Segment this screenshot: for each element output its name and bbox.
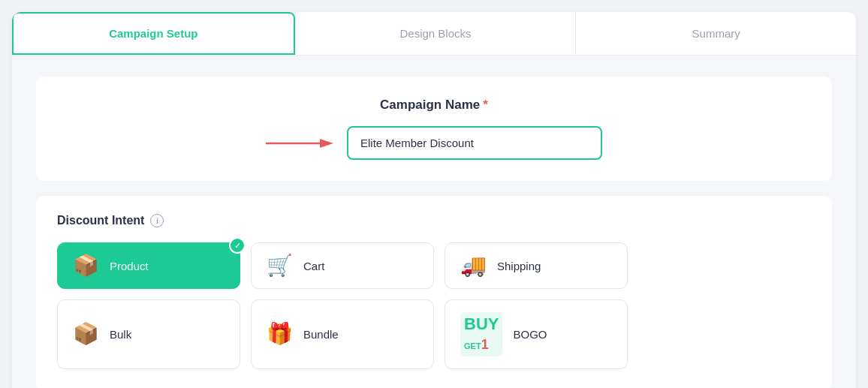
bulk-icon: 📦 (73, 323, 99, 344)
intent-card-product[interactable]: ✓ 📦 Product (57, 242, 240, 289)
intent-grid: ✓ 📦 Product 🛒 Cart 🚚 Shipping (57, 242, 628, 369)
campaign-name-input[interactable] (347, 126, 602, 160)
tab-summary[interactable]: Summary (576, 12, 856, 55)
info-icon[interactable]: i (150, 214, 164, 227)
cart-icon: 🛒 (267, 255, 293, 276)
campaign-name-title: Campaign Name* (380, 98, 488, 113)
campaign-name-section: Campaign Name* (36, 77, 832, 181)
intent-card-shipping[interactable]: 🚚 Shipping (445, 242, 628, 289)
page-card: Campaign Setup Design Blocks Summary Cam… (12, 12, 856, 388)
tab-content: Campaign Name* Discount Intent i (12, 56, 856, 388)
arrow-indicator (266, 134, 333, 152)
product-icon: 📦 (73, 255, 99, 276)
shipping-label: Shipping (497, 260, 541, 272)
bogo-icon: BUYGET1 (460, 312, 502, 356)
discount-intent-section: Discount Intent i ✓ 📦 Product 🛒 Cart (36, 196, 832, 388)
check-badge-product: ✓ (229, 237, 246, 254)
bundle-icon: 🎁 (267, 323, 293, 344)
product-label: Product (110, 260, 149, 272)
bogo-label: BOGO (513, 328, 547, 341)
intent-card-bogo[interactable]: BUYGET1 BOGO (445, 299, 628, 369)
campaign-input-row (60, 126, 808, 160)
intent-card-bulk[interactable]: 📦 Bulk (57, 299, 240, 369)
bundle-label: Bundle (303, 328, 339, 341)
main-container: Campaign Setup Design Blocks Summary Cam… (0, 0, 868, 388)
tab-design-blocks[interactable]: Design Blocks (296, 12, 576, 55)
tabs-bar: Campaign Setup Design Blocks Summary (12, 12, 856, 56)
cart-label: Cart (303, 260, 324, 272)
bulk-label: Bulk (110, 328, 131, 341)
tab-campaign-setup[interactable]: Campaign Setup (12, 12, 295, 55)
shipping-icon: 🚚 (460, 255, 487, 276)
discount-intent-label: Discount Intent i (57, 214, 811, 227)
svg-marker-1 (320, 139, 333, 148)
intent-card-cart[interactable]: 🛒 Cart (251, 242, 434, 289)
intent-card-bundle[interactable]: 🎁 Bundle (251, 299, 434, 369)
required-star: * (483, 98, 488, 112)
